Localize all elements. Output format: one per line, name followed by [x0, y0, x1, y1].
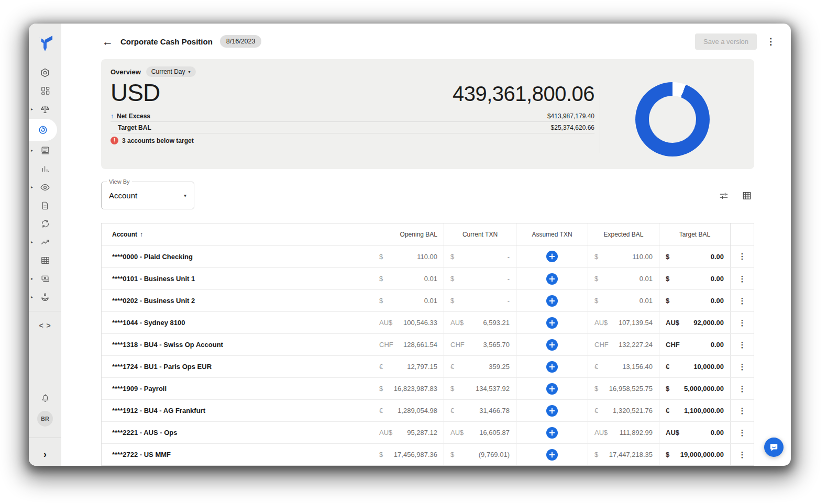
currency-symbol: $ [379, 253, 383, 261]
row-menu-button[interactable]: ⋮ [738, 384, 746, 394]
account-cell: ****1912 - BU4 - AG Frankfurt [102, 400, 373, 421]
date-badge[interactable]: 8/16/2023 [220, 35, 262, 48]
row-menu-button[interactable]: ⋮ [738, 450, 746, 460]
column-header-assumed-txn[interactable]: Assumed TXN [516, 223, 588, 245]
add-assumed-txn-button[interactable] [546, 251, 558, 262]
opening-bal-value: 0.01 [424, 275, 437, 283]
sidebar-item-payments[interactable]: ▸ [29, 270, 61, 288]
sidebar-item-settings[interactable] [29, 63, 61, 82]
currency-symbol: € [450, 407, 454, 415]
target-bal-value: 0.00 [711, 341, 724, 349]
add-assumed-txn-button[interactable] [546, 361, 558, 373]
sidebar-item-developer[interactable]: < > [29, 316, 61, 334]
expander-icon[interactable]: ▸ [31, 149, 33, 153]
sidebar-item-reconciliation[interactable]: ▸ [29, 100, 61, 118]
row-menu-button[interactable]: ⋮ [738, 296, 746, 306]
sidebar-item-ledger[interactable]: ▸ [29, 141, 61, 160]
sidebar-item-dashboard[interactable] [29, 82, 61, 100]
table-row[interactable]: ****2722 - US MMF $ 17,456,987.36 $ (9,7… [102, 443, 754, 465]
sidebar-item-visibility[interactable]: ▸ [29, 178, 61, 196]
add-assumed-txn-button[interactable] [546, 427, 558, 439]
grid-view-button[interactable] [742, 191, 752, 201]
currency-symbol: € [450, 363, 454, 371]
expander-icon[interactable]: ▸ [31, 240, 33, 244]
expander-icon[interactable]: ▸ [31, 277, 33, 281]
table-row[interactable]: ****1318 - BU4 - Swiss Op Account CHF 12… [102, 333, 754, 355]
sidebar-expand-button[interactable]: › [29, 443, 61, 466]
sidebar-item-documents[interactable] [29, 196, 61, 215]
current-txn-cell: CHF 3,565.70 [444, 334, 516, 355]
page-menu-button[interactable]: ⋮ [764, 36, 777, 47]
row-menu-button[interactable]: ⋮ [738, 362, 746, 372]
add-assumed-txn-button[interactable] [546, 383, 558, 395]
row-menu-button[interactable]: ⋮ [738, 274, 746, 284]
current-txn-cell: € 359.25 [444, 356, 516, 377]
currency-symbol: $ [594, 297, 598, 305]
opening-bal-cell: $ 17,456,987.36 [373, 444, 444, 465]
add-assumed-txn-button[interactable] [546, 449, 558, 461]
row-menu-button[interactable]: ⋮ [738, 252, 746, 261]
row-menu-button[interactable]: ⋮ [738, 340, 746, 350]
expander-icon[interactable]: ▸ [31, 295, 33, 299]
view-by-select[interactable]: View By Account ▾ [101, 182, 194, 209]
user-avatar[interactable]: BR [37, 411, 53, 427]
save-version-button[interactable]: Save a version [695, 33, 757, 50]
row-menu-button[interactable]: ⋮ [738, 428, 746, 438]
table-row[interactable]: ****1044 - Sydney 8100 AU$ 100,546.33 AU… [102, 311, 754, 333]
table-row[interactable]: ****1724 - BU1 - Paris Ops EUR € 12,797.… [102, 355, 754, 377]
column-header-account[interactable]: Account ↑ [102, 223, 373, 245]
sidebar: ▸ ▸ ▸ [29, 24, 61, 466]
sidebar-item-analytics[interactable] [29, 160, 61, 178]
table-row[interactable]: ****2221 - AUS - Ops AU$ 95,287.12 AU$ 1… [102, 421, 754, 443]
table-row[interactable]: ****0000 - Plaid Checking $ 110.00 $ - $… [102, 245, 754, 267]
overview-card-body: USD 439,361,800.06 ↑ Net Excess $413,987… [111, 79, 745, 160]
sidebar-item-cash-position[interactable] [29, 118, 61, 141]
target-bal-value: $25,374,620.66 [551, 124, 594, 131]
table-row[interactable]: ****0202 - Business Unit 2 $ 0.01 $ - $ … [102, 289, 754, 311]
current-txn-cell: $ 134,537.92 [444, 378, 516, 399]
expander-icon[interactable]: ▸ [31, 185, 33, 189]
filter-tune-button[interactable] [719, 191, 729, 201]
row-actions-cell: ⋮ [730, 356, 754, 377]
account-name: ****2221 - AUS - Ops [112, 429, 178, 436]
current-txn-cell: $ - [444, 268, 516, 289]
scales-icon [40, 104, 50, 115]
period-selector[interactable]: Current Day ▾ [146, 66, 196, 77]
table-row[interactable]: ****1909 - Payroll $ 16,823,987.83 $ 134… [102, 377, 754, 399]
sidebar-item-sync[interactable] [29, 215, 61, 233]
caret-down-icon: ▾ [184, 193, 186, 198]
column-header-opening-bal[interactable]: Opening BAL [373, 223, 444, 245]
add-assumed-txn-button[interactable] [546, 317, 558, 329]
notifications-button[interactable] [29, 389, 61, 408]
row-actions-cell: ⋮ [730, 290, 754, 311]
currency-symbol: AU$ [594, 429, 608, 436]
net-excess-value: $413,987,179.40 [547, 113, 594, 120]
add-assumed-txn-button[interactable] [546, 405, 558, 417]
column-header-expected-bal[interactable]: Expected BAL [588, 223, 659, 245]
column-header-target-bal[interactable]: Target BAL [659, 223, 730, 245]
plus-icon [549, 298, 555, 304]
row-menu-button[interactable]: ⋮ [738, 406, 746, 416]
current-txn-cell: $ (9,769.01) [444, 444, 516, 465]
chat-launcher-button[interactable] [764, 438, 784, 457]
row-menu-button[interactable]: ⋮ [738, 318, 746, 328]
table-toolbar [719, 191, 754, 201]
column-header-current-txn[interactable]: Current TXN [444, 223, 516, 245]
trovata-logo[interactable] [36, 32, 54, 55]
table-body: ****0000 - Plaid Checking $ 110.00 $ - $… [102, 245, 754, 465]
sidebar-item-growth[interactable]: ▸ [29, 288, 61, 306]
currency-code: USD [111, 80, 160, 105]
expander-icon[interactable]: ▸ [31, 107, 33, 111]
add-assumed-txn-button[interactable] [546, 295, 558, 307]
opening-bal-cell: AU$ 95,287.12 [373, 422, 444, 443]
table-row[interactable]: ****1912 - BU4 - AG Frankfurt € 1,289,05… [102, 399, 754, 421]
table-row[interactable]: ****0101 - Business Unit 1 $ 0.01 $ - $ … [102, 267, 754, 289]
sidebar-item-forecasts[interactable]: ▸ [29, 233, 61, 251]
current-txn-cell: AU$ 16,605.87 [444, 422, 516, 443]
add-assumed-txn-button[interactable] [546, 339, 558, 351]
overview-metrics: USD 439,361,800.06 ↑ Net Excess $413,987… [111, 79, 594, 160]
opening-bal-cell: AU$ 100,546.33 [373, 312, 444, 333]
sidebar-item-data-grid[interactable] [29, 251, 61, 270]
add-assumed-txn-button[interactable] [546, 273, 558, 285]
back-button[interactable]: ← [102, 36, 113, 47]
